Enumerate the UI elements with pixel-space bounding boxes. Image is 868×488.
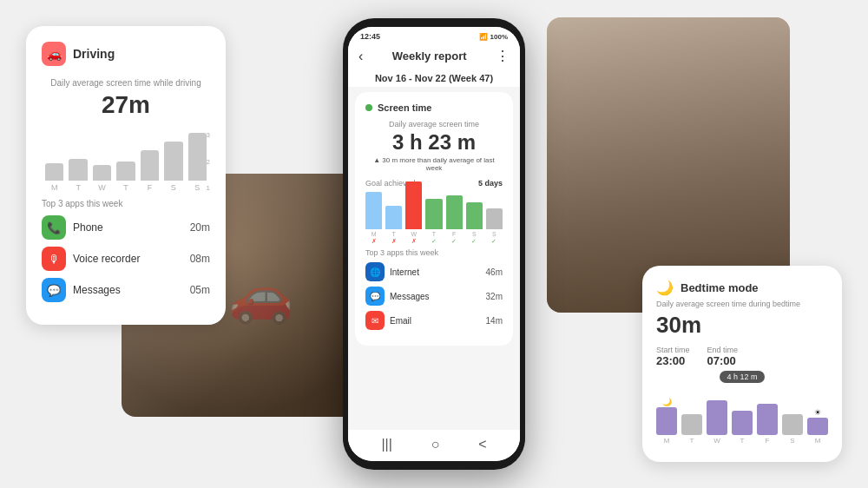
avg-label: Daily average screen time (365, 120, 503, 129)
driving-app-icon: 💬 (42, 278, 66, 302)
driving-bar-col: S (164, 142, 182, 192)
start-time-col: Start time 23:00 (656, 346, 690, 367)
report-title: Weekly report (392, 49, 467, 63)
bedtime-bar-top-icon: 🌙 (662, 398, 672, 406)
bedtime-subtitle: Daily average screen time during bedtime (656, 300, 828, 308)
bedtime-bar-top-icon: ☀ (814, 408, 821, 417)
nav-back-icon[interactable]: < (478, 437, 486, 452)
bedtime-bar-label: T (690, 437, 694, 445)
status-icons: 📶 100% (479, 33, 508, 41)
bedtime-bar-label: S (790, 437, 794, 445)
driving-app-row: 📞Phone20m (42, 215, 210, 240)
driving-bar-col: T (116, 162, 135, 192)
phone-bar-chart: M✗T✗W✗T✓F✓S✓S✓ (365, 193, 503, 245)
phone-bar-col: S✓ (486, 208, 503, 245)
driving-bar-rect (141, 150, 159, 181)
driving-subtitle: Daily average screen time while driving (42, 78, 210, 88)
driving-bar-col: W (93, 165, 111, 192)
duration-badge: 4 h 12 m (720, 371, 764, 383)
big-time: 3 h 23 m (365, 130, 503, 155)
bedtime-bar-col: W (707, 390, 727, 445)
driving-card-header: 🚗 Driving (42, 42, 210, 66)
nav-circle-icon[interactable]: ○ (431, 437, 440, 452)
bedtime-bar-label: M (664, 437, 670, 445)
signal-icon: 📶 (479, 33, 488, 41)
driving-bar-label: S (171, 183, 176, 192)
bedtime-bar-rect (807, 418, 828, 435)
driving-bar-rect (45, 163, 63, 181)
screen-time-label: Screen time (378, 102, 431, 113)
start-time-label: Start time (656, 346, 690, 354)
phone-app-name: Email (390, 316, 481, 326)
phone-app-time: 14m (486, 316, 503, 326)
driving-chart-labels: 3 2 1 (207, 131, 210, 192)
bedtime-bar-col: 🌙M (656, 398, 677, 445)
phone-bar-label: S (472, 231, 477, 237)
driving-app-time: 20m (190, 221, 210, 234)
driving-bar-label: F (148, 183, 153, 192)
screen-time-header: Screen time (365, 102, 503, 113)
phone-screen: 12:45 📶 100% ‹ Weekly report ⋮ Nov 16 - … (348, 27, 520, 461)
more-menu-button[interactable]: ⋮ (496, 48, 510, 64)
driving-bar-label: M (51, 183, 58, 192)
bedtime-title: Bedtime mode (681, 281, 759, 294)
bedtime-bar-rect (757, 404, 778, 435)
phone-app-icon: ✉ (365, 311, 385, 330)
battery-icon: 100% (490, 33, 508, 41)
bedtime-bar-col: S (782, 404, 803, 445)
phone-bar-label: T (392, 231, 396, 237)
driving-bar-label: T (76, 183, 81, 192)
phone-bar-rect (365, 192, 382, 229)
driving-card-title: Driving (73, 47, 115, 61)
start-time-value: 23:00 (656, 354, 690, 367)
phone-content: Screen time Daily average screen time 3 … (348, 87, 520, 430)
phone-bottom-bar: ||| ○ < (348, 430, 520, 461)
back-button[interactable]: ‹ (358, 49, 363, 64)
driving-app-icon: 📞 (42, 215, 66, 240)
phone-bar-col: W✗ (405, 181, 422, 245)
bedtime-bar-col: ☀M (807, 408, 828, 445)
driving-bar-label: T (123, 183, 128, 192)
phone-bar-label: F (452, 231, 456, 237)
driving-top3-label: Top 3 apps this week (42, 199, 210, 208)
goal-value: 5 days (478, 179, 503, 188)
date-range: Nov 16 - Nov 22 (Week 47) (348, 69, 520, 87)
phone-bar-check: ✗ (372, 238, 377, 245)
comparison-text: ▲ 30 m more than daily average of last w… (365, 156, 503, 172)
driving-app-name: Voice recorder (73, 253, 183, 265)
phone-bar-label: S (492, 231, 496, 237)
bedtime-card: 🌙 Bedtime mode Daily average screen time… (642, 266, 842, 462)
bedtime-bar-rect (782, 414, 803, 435)
phone-app-time: 32m (486, 292, 503, 301)
phone-bar-check: ✓ (491, 238, 496, 245)
phone-top3-label: Top 3 apps this week (365, 248, 503, 257)
bedtime-bar-label: W (713, 437, 720, 445)
phone-app-icon: 💬 (365, 287, 385, 306)
phone-status-bar: 12:45 📶 100% (348, 27, 520, 43)
phone-bar-label: W (411, 231, 418, 237)
driving-bar-rect (93, 165, 111, 181)
status-time: 12:45 (360, 32, 380, 41)
phone-bar-rect (425, 199, 442, 229)
phone-wrapper: 12:45 📶 100% ‹ Weekly report ⋮ Nov 16 - … (343, 18, 525, 470)
phone-bar-rect (385, 206, 402, 230)
phone-app-icon: 🌐 (365, 262, 385, 281)
phone-bar-col: S✓ (466, 202, 483, 245)
screen-time-card: Screen time Daily average screen time 3 … (355, 92, 513, 346)
phone-bar-col: M✗ (365, 192, 382, 245)
bedtime-bar-rect (707, 400, 727, 435)
phone-bar-label: M (372, 231, 377, 237)
end-time-value: 07:00 (707, 354, 739, 367)
bedtime-times-row: Start time 23:00 End time 07:00 (656, 346, 828, 367)
phone-bar-col: T✗ (385, 206, 402, 246)
driving-app-row: 🎙Voice recorder08m (42, 247, 210, 271)
moon-icon: 🌙 (656, 280, 674, 296)
nav-home-icon[interactable]: ||| (381, 437, 391, 452)
phone-app-row: 💬Messages32m (365, 287, 503, 306)
phone-app-row: ✉Email14m (365, 311, 503, 330)
end-time-label: End time (707, 346, 739, 354)
driving-icon: 🚗 (42, 42, 66, 66)
phone-bar-rect (486, 208, 503, 229)
bedtime-header: 🌙 Bedtime mode (656, 280, 828, 296)
bedtime-bar-rect (656, 407, 677, 435)
